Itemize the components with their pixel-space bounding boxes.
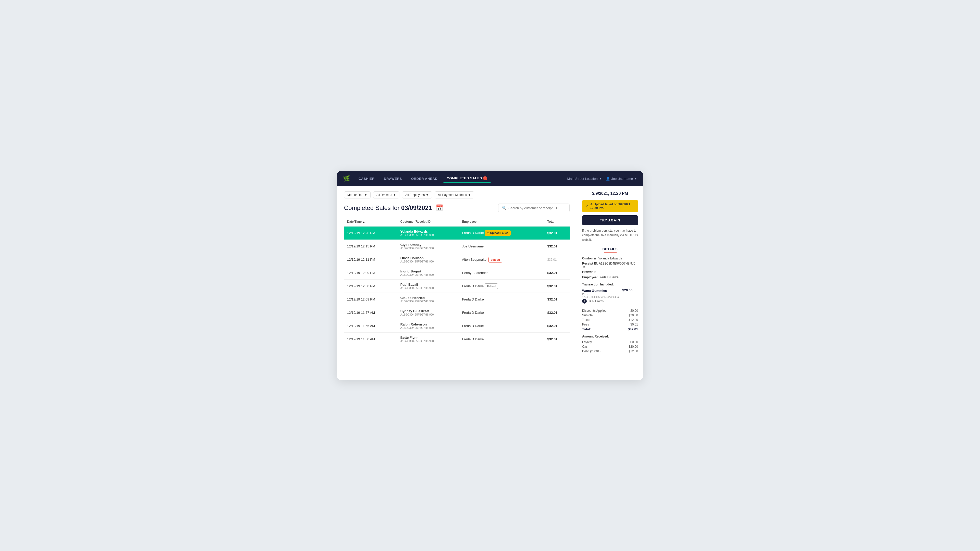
cell-datetime: 12/19/19 12:11 PM: [344, 253, 397, 266]
filter-employees-chevron-icon: ▼: [426, 193, 429, 197]
navbar: 🌿 CASHIER DRAWERS ORDER AHEAD COMPLETED …: [337, 171, 643, 186]
details-underline: [604, 252, 617, 252]
summary-taxes: Taxes $12.00: [582, 318, 638, 322]
sale-amount: $32.01: [547, 231, 557, 235]
summary-fees: Fees $0.01: [582, 323, 638, 326]
sales-table: Date/Time ▲ Customer/Receipt ID Employee…: [344, 218, 570, 346]
calendar-icon[interactable]: 📅: [436, 204, 443, 211]
warning-icon: ⚠: [586, 204, 589, 208]
summary-subtotal: Subtotal $20.00: [582, 313, 638, 317]
receipt-id: A1B2C3D4E5F6G7H8I9J0: [401, 233, 456, 237]
filter-all-drawers[interactable]: All Drawers ▼: [373, 191, 399, 198]
receipt-id: A1B2C3D4E5F6G7H8I9J0: [401, 286, 456, 289]
table-row[interactable]: 12/19/19 12:09 PMIngrid BogartA1B2C3D4E5…: [344, 266, 570, 279]
customer-name: Claude Henried: [401, 296, 456, 300]
customer-name: Olivia Coulson: [401, 256, 456, 260]
item-row: Wana Gummies PKG 1234678o45i66332i5u4o32…: [582, 288, 638, 303]
item-name: Wana Gummies: [582, 289, 607, 292]
user-icon: 👤: [606, 177, 610, 181]
nav-item-completed-sales[interactable]: COMPLETED SALES1: [443, 174, 491, 183]
sale-amount: $32.01: [547, 311, 557, 314]
cell-datetime: 12/19/19 11:57 AM: [344, 306, 397, 319]
content-area: Med or Rec ▼ All Drawers ▼ All Employees…: [337, 186, 577, 359]
table-row[interactable]: 12/19/19 12:20 PMYolanda EdwardsA1B2C3D4…: [344, 226, 570, 240]
voided-amount: $32.01: [547, 258, 557, 262]
cell-total: $32.01: [544, 279, 570, 293]
search-input[interactable]: [508, 206, 566, 210]
cell-customer: Yolanda EdwardsA1B2C3D4E5F6G7H8I9J0: [397, 226, 459, 240]
col-customer: Customer/Receipt ID: [397, 218, 459, 226]
sidebar-panel: 3/9/2021, 12:20 PM ⚠ ⚠ Upload failed on …: [577, 186, 643, 359]
table-row[interactable]: 12/19/19 12:08 PMClaude HenriedA1B2C3D4E…: [344, 293, 570, 306]
amount-received-header: Amount Received:: [582, 335, 638, 338]
table-row[interactable]: 12/19/19 12:08 PMPaul BacallA1B2C3D4E5F6…: [344, 279, 570, 293]
cell-customer: Ingrid BogartA1B2C3D4E5F6G7H8I9J0: [397, 266, 459, 279]
summary-cash: Cash $20.00: [582, 345, 638, 348]
table-row[interactable]: 12/19/19 11:57 AMSydney BluestreetA1B2C3…: [344, 306, 570, 319]
nav-item-order-ahead[interactable]: ORDER AHEAD: [407, 175, 441, 183]
cell-customer: Sydney BluestreetA1B2C3D4E5F6G7H8I9J0: [397, 306, 459, 319]
details-header: DETAILS: [582, 247, 638, 251]
detail-drawer: Drawer: 3: [582, 270, 638, 274]
filter-drawers-chevron-icon: ▼: [393, 193, 396, 197]
item-more-icon[interactable]: ⋮: [634, 288, 638, 293]
sidebar-datetime: 3/9/2021, 12:20 PM: [582, 191, 638, 196]
customer-name: Yolanda Edwards: [401, 230, 456, 233]
location-selector[interactable]: Main Street Location ▼: [567, 177, 601, 181]
customer-name: Ingrid Bogart: [401, 269, 456, 273]
app-logo: 🌿: [343, 175, 350, 182]
nav-item-cashier[interactable]: CASHIER: [355, 175, 378, 183]
help-text: If the problem persists, you may have to…: [582, 228, 638, 242]
try-again-button[interactable]: TRY AGAIN: [582, 215, 638, 225]
cell-datetime: 12/19/19 12:08 PM: [344, 293, 397, 306]
cell-employee: Alton Soupmaker Voided: [459, 253, 544, 266]
detail-customer: Customer: Yolanda Edwards: [582, 257, 638, 260]
filter-med-rec[interactable]: Med or Rec ▼: [344, 191, 371, 198]
cell-employee: Joe Username: [459, 240, 544, 253]
cell-customer: Ralph RobynsonA1B2C3D4E5F6G7H8I9J0: [397, 319, 459, 333]
page-header: Completed Sales for 03/09/2021 📅 🔍: [344, 203, 570, 212]
cell-datetime: 12/19/19 12:08 PM: [344, 279, 397, 293]
table-row[interactable]: 12/19/19 11:55 AMRalph RobynsonA1B2C3D4E…: [344, 319, 570, 333]
cell-employee: Freda D Darke: [459, 319, 544, 333]
upload-failed-badge: ⚠ Upload Failed: [485, 230, 511, 236]
navbar-right: Main Street Location ▼ 👤 Joe Username ▼: [567, 177, 637, 181]
table-row[interactable]: 12/19/19 12:11 PMOlivia CoulsonA1B2C3D4E…: [344, 253, 570, 266]
cell-customer: Claude HenriedA1B2C3D4E5F6G7H8I9J0: [397, 293, 459, 306]
main-layout: Med or Rec ▼ All Drawers ▼ All Employees…: [337, 186, 643, 359]
customer-name: Sydney Bluestreet: [401, 309, 456, 313]
table-row[interactable]: 12/19/19 12:15 PMClyde UmneyA1B2C3D4E5F6…: [344, 240, 570, 253]
cell-employee: Penny Budtender: [459, 266, 544, 279]
copy-receipt-icon[interactable]: ⧉: [583, 265, 585, 269]
sale-amount: $32.01: [547, 297, 557, 301]
table-row[interactable]: 12/19/19 11:50 AMBette FlynnA1B2C3D4E5F6…: [344, 333, 570, 346]
user-selector[interactable]: 👤 Joe Username ▼: [606, 177, 637, 181]
filter-all-payment-methods[interactable]: All Payment Methods ▼: [434, 191, 474, 198]
sale-amount: $32.01: [547, 337, 557, 341]
filter-all-employees[interactable]: All Employees ▼: [402, 191, 432, 198]
customer-name: Clyde Umney: [401, 243, 456, 247]
item-pkg: PKG 1234678o45i66332i5u4o32u43o: [582, 293, 622, 299]
sale-amount: $32.01: [547, 245, 557, 248]
receipt-id: A1B2C3D4E5F6G7H8I9J0: [401, 313, 456, 316]
cell-customer: Bette FlynnA1B2C3D4E5F6G7H8I9J0: [397, 333, 459, 346]
customer-name: Bette Flynn: [401, 336, 456, 340]
cell-total: $32.01: [544, 226, 570, 240]
receipt-id: A1B2C3D4E5F6G7H8I9J0: [401, 273, 456, 276]
cell-datetime: 12/19/19 12:09 PM: [344, 266, 397, 279]
user-chevron-icon: ▼: [635, 177, 637, 180]
voided-badge: Voided: [488, 257, 502, 262]
customer-name: Paul Bacall: [401, 283, 456, 286]
summary-total: Total: $32.01: [582, 327, 638, 331]
cell-total: $32.01: [544, 266, 570, 279]
item-unit: Bulk Grams: [589, 300, 603, 303]
filters-row: Med or Rec ▼ All Drawers ▼ All Employees…: [344, 191, 570, 198]
transaction-header: Transaction Included:: [582, 283, 638, 286]
cell-customer: Olivia CoulsonA1B2C3D4E5F6G7H8I9J0: [397, 253, 459, 266]
completed-sales-badge: 1: [483, 176, 487, 180]
nav-item-drawers[interactable]: DRAWERS: [380, 175, 406, 183]
sale-amount: $32.01: [547, 271, 557, 275]
cell-total: $32.01: [544, 240, 570, 253]
cell-employee: Freda D Darke Edited: [459, 279, 544, 293]
col-datetime[interactable]: Date/Time ▲: [344, 218, 397, 226]
